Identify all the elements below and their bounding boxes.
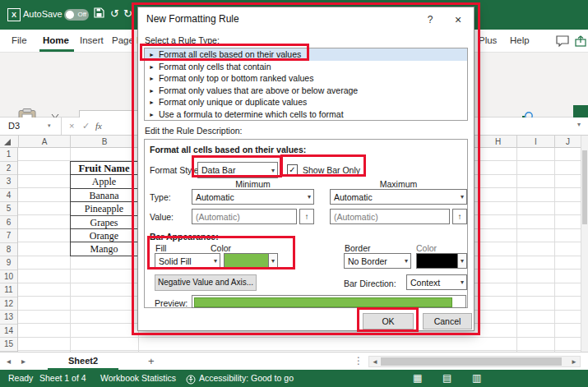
dialog-help-button[interactable]: ?: [421, 12, 439, 28]
save-icon[interactable]: [94, 7, 104, 21]
tab-home[interactable]: Home: [43, 30, 69, 52]
bar-direction-dropdown[interactable]: Context ▾: [406, 274, 467, 290]
next-sheet-icon[interactable]: ▸: [21, 357, 25, 366]
row-header[interactable]: 13: [0, 311, 17, 325]
select-all-icon[interactable]: [4, 139, 11, 145]
row-header[interactable]: 15: [0, 338, 17, 352]
type-maximum-dropdown[interactable]: Automatic ▾: [330, 189, 467, 205]
vertical-scrollbar-thumb[interactable]: [582, 150, 587, 224]
name-box[interactable]: D3 ▾: [0, 117, 62, 135]
value-minimum-field[interactable]: (Automatic): [192, 209, 297, 224]
cancel-entry-icon[interactable]: ×: [69, 121, 74, 131]
row-header[interactable]: 12: [0, 297, 17, 311]
add-sheet-icon[interactable]: +: [148, 355, 155, 367]
row-header[interactable]: 8: [0, 243, 17, 257]
value-minimum-value: (Automatic): [192, 212, 240, 222]
dialog-title: New Formatting Rule: [146, 13, 239, 25]
row-header[interactable]: 3: [0, 175, 17, 189]
cancel-button[interactable]: Cancel: [423, 313, 472, 329]
ok-button[interactable]: OK: [363, 313, 414, 329]
fruit-cell[interactable]: Pineapple: [71, 202, 137, 215]
toggle-knob-icon: [66, 11, 74, 19]
column-header[interactable]: B: [70, 136, 138, 148]
share-icon[interactable]: [575, 35, 586, 50]
rule-type-item[interactable]: ►Format only values that are above or be…: [145, 85, 467, 97]
expand-formula-bar-icon[interactable]: ▾: [577, 121, 581, 128]
horizontal-scrollbar-thumb[interactable]: [381, 357, 562, 366]
view-page-layout-icon[interactable]: ▤: [442, 372, 451, 384]
format-style-dropdown[interactable]: Data Bar ▾: [197, 162, 278, 178]
minimum-range-select-button[interactable]: ↑: [299, 209, 314, 224]
tab-insert[interactable]: Insert: [80, 30, 104, 52]
fruit-cell[interactable]: Orange: [71, 229, 137, 242]
row-header[interactable]: 1: [0, 148, 17, 162]
row-header[interactable]: 4: [0, 189, 17, 203]
rule-type-item[interactable]: ►Use a formula to determine which cells …: [145, 108, 467, 121]
undo-icon[interactable]: ↺: [110, 7, 119, 21]
dialog-close-icon[interactable]: ×: [449, 12, 467, 28]
insert-function-icon[interactable]: fx: [95, 121, 102, 131]
prev-sheet-icon[interactable]: ◂: [7, 357, 11, 366]
sheet-tab-sheet2[interactable]: Sheet2: [48, 352, 118, 370]
scroll-right-icon[interactable]: ►: [571, 358, 577, 366]
negative-value-axis-button[interactable]: Negative Value and Axis...: [155, 274, 257, 291]
row-header[interactable]: 5: [0, 202, 17, 216]
row-header[interactable]: 2: [0, 162, 17, 176]
rule-type-item[interactable]: ►Format only cells that contain: [145, 61, 467, 73]
tab-plus[interactable]: Plus: [479, 30, 497, 52]
autosave-toggle[interactable]: Off: [64, 9, 89, 21]
type-label: Type:: [150, 192, 171, 202]
range-select-icon: ↑: [458, 212, 462, 221]
accessibility-status[interactable]: Accessibility: Good to go: [199, 373, 294, 383]
view-page-break-icon[interactable]: ▥: [472, 372, 481, 384]
tab-help[interactable]: Help: [510, 30, 530, 52]
chevron-down-icon: ▾: [305, 193, 313, 200]
row-header[interactable]: 10: [0, 270, 17, 284]
show-bar-only-checkbox[interactable]: ✓: [287, 164, 298, 175]
rule-type-item[interactable]: ►Format all cells based on their values: [145, 48, 467, 61]
redo-icon[interactable]: ↻: [123, 7, 132, 21]
column-header[interactable]: A: [18, 136, 70, 148]
tab-options-dots-icon[interactable]: ⋮: [354, 355, 363, 366]
rule-type-item[interactable]: ►Format only unique or duplicate values: [145, 96, 467, 108]
tab-file[interactable]: File: [12, 30, 27, 52]
horizontal-scrollbar[interactable]: ◄ ►: [368, 356, 581, 367]
border-dropdown[interactable]: No Border ▾: [344, 253, 411, 269]
vertical-scrollbar[interactable]: [581, 136, 588, 352]
fruit-cell[interactable]: Grapes: [71, 216, 137, 229]
value-maximum-field[interactable]: (Automatic): [330, 209, 450, 224]
fruit-table-header[interactable]: Fruit Name: [71, 162, 137, 175]
fruit-cell[interactable]: Banana: [71, 189, 137, 202]
bar-direction-label: Bar Direction:: [344, 279, 396, 288]
column-header[interactable]: I: [516, 136, 554, 148]
autosave-state: Off: [77, 11, 86, 18]
column-header[interactable]: J: [554, 136, 581, 148]
rule-bullet-icon: ►: [149, 76, 155, 81]
rule-type-label: Format only unique or duplicate values: [159, 97, 307, 107]
fill-color-dropdown[interactable]: ▾: [224, 253, 278, 269]
maximum-range-select-button[interactable]: ↑: [452, 209, 467, 224]
rule-type-label: Format all cells based on their values: [159, 49, 301, 59]
fill-dropdown[interactable]: Solid Fill ▾: [155, 253, 220, 269]
view-normal-icon[interactable]: ▦: [413, 372, 422, 384]
workbook-statistics-button[interactable]: Workbook Statistics: [100, 373, 176, 383]
rule-type-item[interactable]: ►Format only top or bottom ranked values: [145, 72, 467, 85]
row-header[interactable]: 9: [0, 256, 17, 270]
border-color-dropdown[interactable]: ▾: [416, 253, 467, 269]
fruit-cell[interactable]: Apple: [71, 175, 137, 188]
fill-label: Fill: [155, 243, 166, 253]
column-header[interactable]: H: [479, 136, 516, 148]
row-header[interactable]: 7: [0, 229, 17, 243]
row-header[interactable]: 14: [0, 325, 17, 339]
scroll-left-icon[interactable]: ◄: [372, 358, 378, 366]
enter-entry-icon[interactable]: ✓: [82, 121, 90, 131]
type-minimum-dropdown[interactable]: Automatic ▾: [192, 189, 314, 205]
rule-bullet-icon: ►: [149, 52, 155, 58]
row-header[interactable]: 11: [0, 283, 17, 297]
rule-bullet-icon: ►: [149, 112, 155, 117]
comments-icon[interactable]: [556, 35, 569, 50]
fruit-cell[interactable]: Mango: [71, 242, 137, 256]
excel-app-icon[interactable]: X: [7, 8, 21, 21]
row-header[interactable]: 6: [0, 216, 17, 230]
row-headers: 123456789101112131415: [0, 148, 18, 352]
